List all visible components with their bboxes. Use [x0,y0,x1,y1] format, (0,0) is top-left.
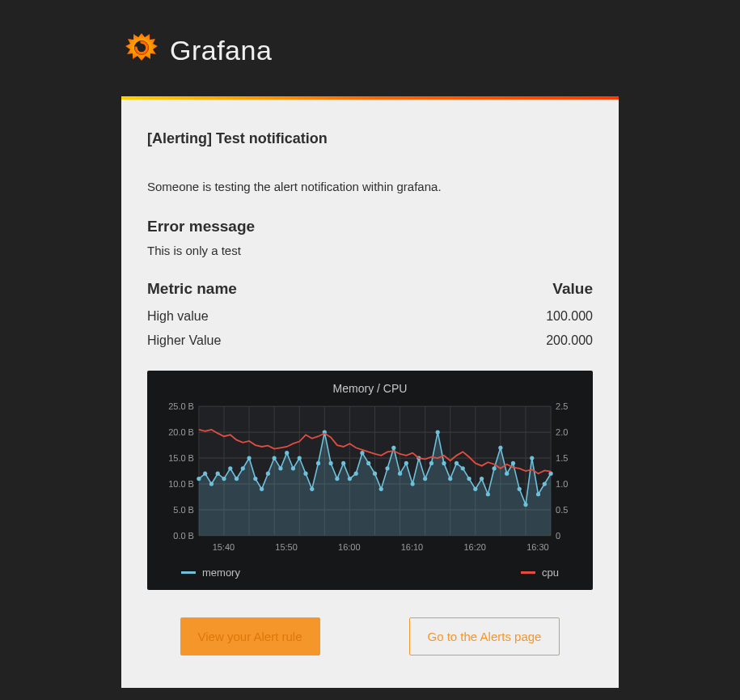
svg-point-85 [473,487,477,491]
svg-point-79 [436,431,440,435]
svg-point-70 [379,487,383,491]
table-row: Higher Value 200.000 [147,329,593,353]
legend-swatch-cpu-icon [521,571,535,574]
svg-point-87 [486,492,490,496]
svg-point-78 [429,461,433,465]
svg-text:20.0 B: 20.0 B [168,427,194,437]
error-text: This is only a test [147,244,593,257]
legend-label: memory [202,566,240,579]
svg-point-88 [493,466,497,470]
svg-text:1.5: 1.5 [556,453,568,463]
svg-text:16:20: 16:20 [463,542,485,552]
svg-point-81 [448,477,452,481]
svg-point-54 [278,466,282,470]
svg-text:16:00: 16:00 [338,542,360,552]
brand-name: Grafana [170,35,272,66]
alert-card: [Alerting] Test notification Someone is … [121,100,619,688]
svg-point-51 [260,487,264,491]
svg-point-66 [354,472,358,476]
svg-text:2.0: 2.0 [556,427,568,437]
legend-swatch-memory-icon [181,571,196,574]
table-row: High value 100.000 [147,304,593,329]
svg-text:0.5: 0.5 [556,505,568,515]
metrics-col-name: Metric name [147,277,440,304]
svg-text:15:40: 15:40 [213,542,235,552]
svg-point-62 [328,461,332,465]
svg-point-95 [536,492,540,496]
metrics-table: Metric name Value High value 100.000 Hig… [147,277,593,353]
svg-text:0.0 B: 0.0 B [173,531,194,541]
svg-point-55 [285,451,289,455]
grafana-logo-icon [121,28,162,72]
svg-point-48 [241,466,245,470]
svg-point-74 [404,461,408,465]
alert-description: Someone is testing the alert notificatio… [147,180,593,193]
svg-point-89 [498,446,502,450]
svg-point-59 [310,487,314,491]
metric-name: Higher Value [147,329,440,353]
svg-point-65 [348,477,352,481]
svg-point-43 [209,482,214,486]
chart-panel: Memory / CPU 0.0 B5.0 B10.0 B15.0 B20.0 … [147,371,593,590]
svg-point-67 [360,451,364,455]
svg-point-64 [341,461,345,465]
svg-point-69 [373,472,377,476]
svg-point-77 [423,477,427,481]
svg-point-82 [455,461,459,465]
svg-point-46 [228,466,232,470]
chart-title: Memory / CPU [160,379,580,401]
view-alert-rule-button[interactable]: View your Alert rule [180,617,320,655]
svg-point-96 [543,482,547,486]
svg-text:15.0 B: 15.0 B [168,453,194,463]
svg-text:5.0 B: 5.0 B [173,505,194,515]
svg-point-60 [316,461,320,465]
svg-point-56 [291,466,295,470]
metrics-col-value: Value [440,277,593,304]
svg-point-49 [247,456,251,460]
svg-point-84 [467,477,471,481]
svg-point-41 [197,477,201,481]
svg-point-63 [335,477,339,481]
svg-point-72 [391,446,395,450]
legend-memory: memory [181,566,240,579]
svg-point-47 [235,477,239,481]
svg-point-90 [505,472,509,476]
svg-point-83 [461,466,465,470]
alert-title: [Alerting] Test notification [147,130,593,147]
svg-text:25.0 B: 25.0 B [168,401,194,411]
svg-text:16:30: 16:30 [526,542,548,552]
svg-point-45 [222,477,226,481]
svg-point-58 [303,472,307,476]
svg-point-97 [548,472,552,476]
svg-point-42 [203,472,207,476]
svg-point-50 [253,477,257,481]
svg-point-75 [411,482,415,486]
svg-text:15:50: 15:50 [275,542,297,552]
svg-text:1.0: 1.0 [556,479,568,489]
svg-text:16:10: 16:10 [401,542,423,552]
svg-point-52 [266,472,270,476]
error-heading: Error message [147,218,593,235]
legend-label: cpu [542,566,559,579]
svg-point-68 [366,461,370,465]
legend-cpu: cpu [521,566,559,579]
go-to-alerts-button[interactable]: Go to the Alerts page [409,617,560,655]
metric-name: High value [147,304,440,329]
svg-point-91 [511,461,515,465]
svg-point-80 [442,461,446,465]
svg-point-94 [530,456,534,460]
metric-value: 100.000 [440,304,593,329]
svg-text:0: 0 [556,531,560,541]
svg-point-92 [518,487,522,491]
brand-header: Grafana [121,28,619,72]
svg-point-44 [216,472,220,476]
svg-point-86 [480,477,484,481]
svg-point-53 [273,456,277,460]
svg-point-73 [398,472,402,476]
svg-point-57 [298,456,302,460]
metric-value: 200.000 [440,329,593,353]
svg-text:10.0 B: 10.0 B [168,479,194,489]
memory-cpu-chart: 0.0 B5.0 B10.0 B15.0 B20.0 B25.0 B00.51.… [160,401,580,555]
svg-point-93 [523,503,527,507]
svg-point-71 [385,466,389,470]
